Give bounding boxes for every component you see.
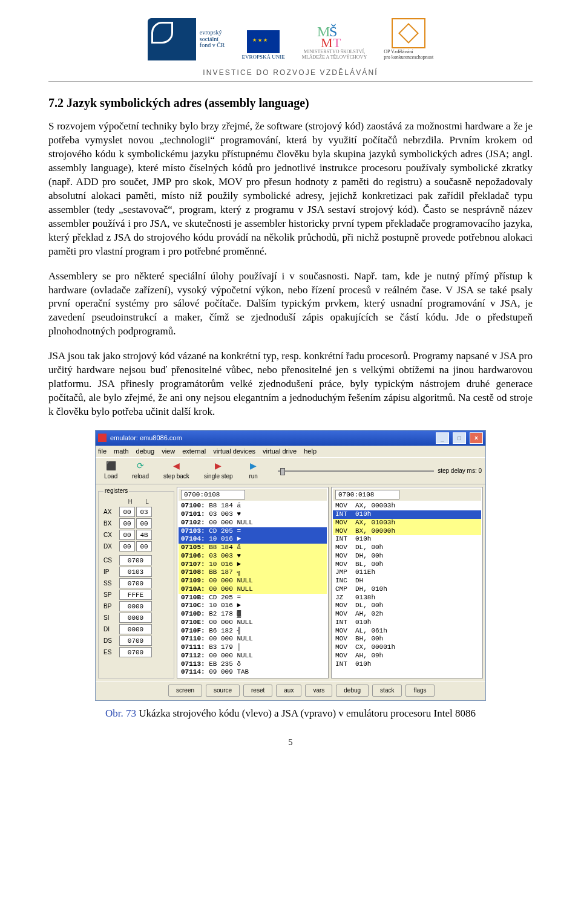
reg-SS[interactable] (119, 578, 152, 588)
asm-row[interactable]: MOV AX, 00003h (333, 502, 481, 510)
single-step-button[interactable]: ▶single step (199, 460, 238, 482)
step-delay-slider[interactable]: step delay ms: 0 (269, 467, 482, 475)
reg-BX-l[interactable] (136, 518, 152, 529)
reg-label-BX: BX (103, 519, 119, 528)
menu-file[interactable]: file (98, 447, 107, 456)
memory-row[interactable]: 07100: B8 184 ä (179, 502, 327, 510)
minimize-button[interactable]: _ (436, 432, 449, 444)
bottom-toolbar: screensourceresetauxvarsdebugstackflags (96, 681, 485, 700)
msmt-logo: MŠMT MINISTERSTVO ŠKOLSTVÍ, MLÁDEŽE A TĚ… (302, 21, 367, 60)
maximize-button[interactable]: □ (453, 432, 466, 444)
step-back-button[interactable]: ◀step back (159, 460, 194, 482)
asm-row[interactable]: MOV DH, 00h (333, 552, 481, 561)
reg-AX-l[interactable] (136, 507, 152, 517)
menu-view[interactable]: view (162, 447, 175, 456)
reg-IP[interactable] (119, 567, 152, 577)
menu-debug[interactable]: debug (136, 447, 155, 456)
reg-label-SS: SS (103, 579, 119, 588)
stack-button[interactable]: stack (372, 685, 402, 697)
asm-row[interactable]: INT 010h (333, 660, 481, 669)
asm-row[interactable]: INT 010h (333, 510, 481, 519)
flags-button[interactable]: flags (405, 685, 434, 697)
reg-CS[interactable] (119, 555, 152, 565)
reset-button[interactable]: reset (243, 685, 272, 697)
menu-virtual-devices[interactable]: virtual devices (213, 447, 255, 456)
vars-button[interactable]: vars (305, 685, 332, 697)
memory-row[interactable]: 07108: BB 187 ╗ (179, 568, 327, 577)
asm-row[interactable]: JMP 011Eh (333, 568, 481, 577)
asm-row[interactable]: MOV BL, 00h (333, 561, 481, 569)
menu-external[interactable]: external (182, 447, 206, 456)
memory-row[interactable]: 07109: 00 000 NULL (179, 577, 327, 585)
reg-DI[interactable] (119, 624, 152, 634)
memory-row[interactable]: 07103: CD 205 = (179, 527, 327, 536)
memory-row[interactable]: 0710F: B6 182 ╢ (179, 627, 327, 636)
asm-row[interactable]: INC DH (333, 577, 481, 585)
reg-AX-h[interactable] (119, 507, 135, 517)
reg-DX-l[interactable] (136, 541, 152, 551)
reg-label-SI: SI (103, 614, 119, 622)
memory-row[interactable]: 0710A: 00 000 NULL (179, 585, 327, 594)
reg-ES[interactable] (119, 647, 152, 657)
asm-row[interactable]: MOV AH, 09h (333, 652, 481, 660)
window-title: emulator: emu8086.com (110, 434, 182, 443)
reload-button[interactable]: ⟳reload (127, 460, 154, 482)
memory-row[interactable]: 07114: 09 009 TAB (179, 668, 327, 677)
asm-row[interactable]: MOV CX, 00001h (333, 643, 481, 652)
reg-DX-h[interactable] (119, 541, 135, 551)
reg-BP[interactable] (119, 601, 152, 611)
memory-row[interactable]: 07110: 00 000 NULL (179, 635, 327, 643)
memory-row[interactable]: 07102: 00 000 NULL (179, 519, 327, 527)
memory-row[interactable]: 07111: B3 179 │ (179, 643, 327, 652)
asm-row[interactable]: MOV AL, 061h (333, 627, 481, 636)
asm-row[interactable]: MOV BH, 00h (333, 635, 481, 643)
aux-button[interactable]: aux (276, 685, 301, 697)
section-heading: 7.2 Jazyk symbolických adres (assembly l… (48, 95, 533, 111)
menu-help[interactable]: help (304, 447, 317, 456)
asm-row[interactable]: INT 010h (333, 535, 481, 544)
menu-virtual-drive[interactable]: virtual drive (263, 447, 297, 456)
esf-logo: evropský sociální fond v ČR (148, 18, 225, 60)
memory-row[interactable]: 0710D: B2 178 ▓ (179, 610, 327, 619)
menu-math[interactable]: math (114, 447, 128, 456)
memory-row[interactable]: 07113: EB 235 δ (179, 660, 327, 669)
asm-row[interactable]: MOV AH, 02h (333, 610, 481, 619)
reg-SP[interactable] (119, 590, 152, 600)
memory-row[interactable]: 0710B: CD 205 = (179, 594, 327, 602)
asm-row[interactable]: MOV DL, 00h (333, 602, 481, 610)
debug-button[interactable]: debug (336, 685, 369, 697)
memory-row[interactable]: 07112: 00 000 NULL (179, 652, 327, 660)
memory-row[interactable]: 07106: 03 003 ♥ (179, 552, 327, 561)
reg-CX-h[interactable] (119, 530, 135, 540)
menubar: filemathdebugviewexternalvirtual devices… (96, 446, 485, 457)
reg-SI[interactable] (119, 613, 152, 623)
svg-text:M: M (321, 35, 333, 50)
asm-row[interactable]: MOV BX, 00000h (333, 527, 481, 536)
memory-row[interactable]: 07107: 10 016 ► (179, 561, 327, 569)
asm-address-input[interactable] (335, 490, 399, 499)
asm-row[interactable]: JZ 0138h (333, 594, 481, 602)
memory-row[interactable]: 0710E: 00 000 NULL (179, 619, 327, 627)
memory-row[interactable]: 07101: 03 003 ♥ (179, 510, 327, 519)
memory-address-input[interactable] (181, 490, 245, 499)
source-button[interactable]: source (206, 685, 240, 697)
asm-row[interactable]: MOV AX, 01003h (333, 519, 481, 527)
reg-BX-h[interactable] (119, 518, 135, 529)
reg-DS[interactable] (119, 636, 152, 646)
asm-row[interactable]: INT 010h (333, 619, 481, 627)
reg-label-CX: CX (103, 531, 119, 539)
asm-row[interactable]: CMP DH, 010h (333, 585, 481, 594)
memory-row[interactable]: 07105: B8 184 ä (179, 544, 327, 552)
asm-row[interactable]: MOV DL, 00h (333, 544, 481, 552)
Load-button[interactable]: ⬛Load (99, 460, 122, 482)
tagline: INVESTICE DO ROZVOJE VZDĚLÁVÁNÍ (48, 64, 533, 80)
emulator-titlebar[interactable]: emulator: emu8086.com _ □ × (96, 431, 485, 446)
memory-row[interactable]: 0710C: 10 016 ► (179, 602, 327, 610)
reg-label-BP: BP (103, 602, 119, 611)
close-button[interactable]: × (470, 432, 483, 444)
run-button[interactable]: ▶run (243, 460, 264, 482)
reg-CX-l[interactable] (136, 530, 152, 540)
screen-button[interactable]: screen (168, 685, 202, 697)
memory-row[interactable]: 07104: 10 016 ► (179, 535, 327, 544)
reg-label-CS: CS (103, 556, 119, 565)
